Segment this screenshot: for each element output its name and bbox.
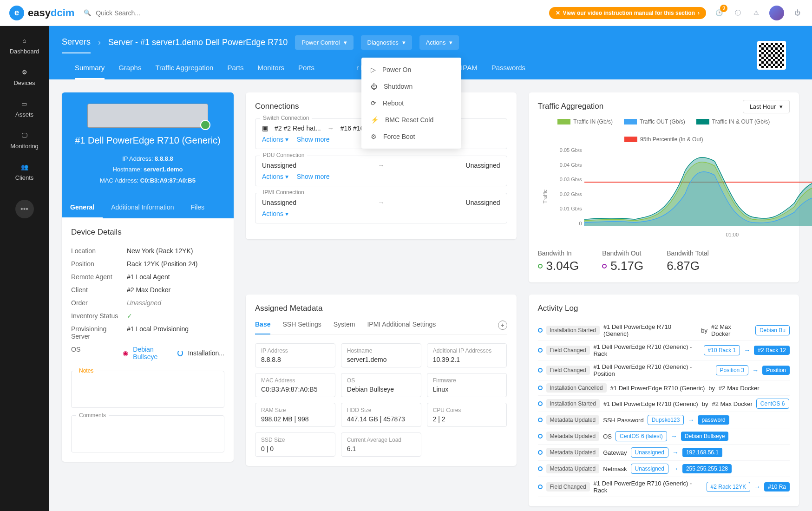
switch-actions[interactable]: Actions ▾ <box>262 136 288 143</box>
arrow-right-icon: → <box>327 124 334 132</box>
diagnostics-button[interactable]: Diagnostics ▾ <box>361 35 412 50</box>
ipmi-actions[interactable]: Actions ▾ <box>262 210 288 217</box>
sidebar-item-dashboard[interactable]: ⌂Dashboard <box>10 37 39 55</box>
power-control-menu: ▷Power On ⏻Shutdown ⟳Reboot ⚡BMC Reset C… <box>361 58 461 149</box>
activity-row: Metadata UpdatedSSH PasswordDupsko123→pa… <box>538 412 790 428</box>
md-field[interactable]: Current Average Load6.1 <box>341 432 421 457</box>
menu-power-on[interactable]: ▷Power On <box>361 61 461 78</box>
comments-field[interactable]: Comments <box>71 415 224 452</box>
power-icon[interactable]: ⏻ <box>792 7 803 19</box>
menu-bmc-reset[interactable]: ⚡BMC Reset Cold <box>361 111 461 128</box>
md-field[interactable]: Hostnameserver1.demo <box>341 343 421 367</box>
traffic-range-select[interactable]: Last Hour▾ <box>743 100 790 113</box>
plug-icon: ⚡ <box>371 116 379 124</box>
avatar[interactable] <box>769 6 784 20</box>
notes-field[interactable]: Notes <box>71 371 224 408</box>
users-icon: 👥 <box>21 164 28 170</box>
activity-row: Metadata UpdatedNetmaskUnassigned→255.25… <box>538 461 790 477</box>
chevron-right-icon: › <box>698 10 700 16</box>
tab-passwords[interactable]: Passwords <box>491 64 525 79</box>
md-tab-base[interactable]: Base <box>255 321 270 334</box>
search-input[interactable] <box>96 9 235 17</box>
actions-button[interactable]: Actions ▾ <box>419 35 459 50</box>
activity-row: Metadata UpdatedOSCentOS 6 (latest)→Debi… <box>538 428 790 445</box>
md-field[interactable]: SSD Size0 | 0 <box>255 432 335 457</box>
topbar: e easydcim 🔍 ✕ View our video instructio… <box>0 0 812 26</box>
md-field[interactable]: OSDebian Bullseye <box>341 373 421 397</box>
tab-traffic-aggregation[interactable]: Traffic Aggregation <box>155 64 213 79</box>
port-icon: ▣ <box>262 124 268 132</box>
gear-icon: ⚙ <box>22 69 27 76</box>
pdu-show-more[interactable]: Show more <box>297 173 330 180</box>
detail-row: Client#2 Max Docker <box>71 283 224 296</box>
sidebar-item-monitoring[interactable]: 🖵Monitoring <box>10 132 39 150</box>
tab-general[interactable]: General <box>62 197 103 218</box>
warning-icon[interactable]: ⚠ <box>751 7 762 19</box>
md-field[interactable]: RAM Size998.02 MB | 998 <box>255 403 335 427</box>
tab-graphs[interactable]: Graphs <box>118 64 141 79</box>
sidebar: ⌂Dashboard ⚙Devices ▭Assets 🖵Monitoring … <box>0 26 49 511</box>
activity-row: Metadata UpdatedGatewayUnassigned→192.16… <box>538 445 790 461</box>
md-field[interactable]: FirmwareLinux <box>427 373 507 397</box>
sidebar-more[interactable]: ••• <box>15 200 34 218</box>
detail-row: PositionRack 12YK (Position 24) <box>71 257 224 270</box>
activity-row: Installation Started#1 Dell PowerEdge R7… <box>538 396 790 412</box>
tab-parts[interactable]: Parts <box>227 64 243 79</box>
md-field[interactable]: HDD Size447.14 GB | 457873 <box>341 403 421 427</box>
chevron-down-icon: ▾ <box>779 103 783 110</box>
power-icon: ⏻ <box>371 83 377 90</box>
md-field[interactable]: CPU Cores2 | 2 <box>427 403 507 427</box>
arrow-right-icon: → <box>378 199 384 206</box>
traffic-chart: 0.05 Gb/s0.04 Gb/s0.03 Gb/s0.02 Gb/s0.01… <box>538 147 790 240</box>
notifications-icon[interactable]: 🕒9 <box>714 7 725 19</box>
detail-row: Remote Agent#1 Local Agent <box>71 270 224 283</box>
breadcrumb-root[interactable]: Servers <box>62 37 91 53</box>
detail-row: LocationNew York (Rack 12YK) <box>71 244 224 257</box>
md-tab-system[interactable]: System <box>334 321 355 334</box>
video-manual-button[interactable]: ✕ View our video instruction manual for … <box>549 7 707 19</box>
md-tab-ipmi[interactable]: IPMI Additional Settings <box>367 321 436 334</box>
close-icon: ✕ <box>556 10 560 16</box>
tab-additional-info[interactable]: Additional Information <box>103 197 182 218</box>
spinner-icon <box>177 350 183 356</box>
menu-reboot[interactable]: ⟳Reboot <box>361 95 461 111</box>
activity-row: Field Changed#1 Dell PowerEdge R710 (Gen… <box>538 360 790 380</box>
sidebar-item-devices[interactable]: ⚙Devices <box>13 69 35 86</box>
traffic-card: Traffic Aggregation Last Hour▾ Traffic I… <box>529 92 799 282</box>
tab-summary[interactable]: Summary <box>75 64 105 79</box>
home-icon: ⌂ <box>23 37 26 44</box>
server-image <box>87 104 208 128</box>
tab-ipam[interactable]: IPAM <box>461 64 478 79</box>
device-details-title: Device Details <box>71 228 224 237</box>
detail-row: Inventory Status✓ <box>71 309 224 322</box>
md-add-button[interactable]: + <box>498 321 507 330</box>
logo[interactable]: e easydcim <box>9 6 74 20</box>
page-header: Servers › Server - #1 server1.demo Dell … <box>49 26 812 79</box>
chevron-down-icon: ▾ <box>344 39 347 46</box>
tab-monitors[interactable]: Monitors <box>257 64 284 79</box>
play-icon: ▷ <box>371 66 376 73</box>
qr-code[interactable] <box>757 41 786 70</box>
activity-row: Field Changed#1 Dell PowerEdge R710 (Gen… <box>538 341 790 360</box>
activity-row: Installation Cancelled#1 Dell PowerEdge … <box>538 380 790 396</box>
sidebar-item-assets[interactable]: ▭Assets <box>15 100 33 118</box>
pdu-actions[interactable]: Actions ▾ <box>262 173 288 180</box>
md-field[interactable]: Additional IP Addresses10.39.2.1 <box>427 343 507 367</box>
md-field[interactable]: MAC AddressC0:B3:A9:87:A0:B5 <box>255 373 335 397</box>
server-card: #1 Dell PowerEdge R710 (Generic) IP Addr… <box>62 92 234 462</box>
info-icon[interactable]: ⓘ <box>732 7 743 19</box>
chevron-down-icon: ▾ <box>449 39 452 46</box>
gear-icon: ⚙ <box>371 133 377 140</box>
menu-shutdown[interactable]: ⏻Shutdown <box>361 78 461 95</box>
sidebar-item-clients[interactable]: 👥Clients <box>15 164 34 181</box>
power-control-button[interactable]: Power Control ▾ <box>295 35 353 50</box>
tab-files[interactable]: Files <box>183 197 213 218</box>
tab-ports[interactable]: Ports <box>298 64 314 79</box>
md-field[interactable]: IP Address8.8.8.8 <box>255 343 335 367</box>
activity-card: Activity Log Installation Started#1 Dell… <box>529 295 799 506</box>
md-tab-ssh[interactable]: SSH Settings <box>282 321 321 334</box>
switch-show-more[interactable]: Show more <box>297 136 330 143</box>
server-title: #1 Dell PowerEdge R710 (Generic) <box>73 135 223 146</box>
menu-force-boot[interactable]: ⚙Force Boot <box>361 128 461 145</box>
metadata-card: Assigned Metadata Base SSH Settings Syst… <box>246 295 517 466</box>
